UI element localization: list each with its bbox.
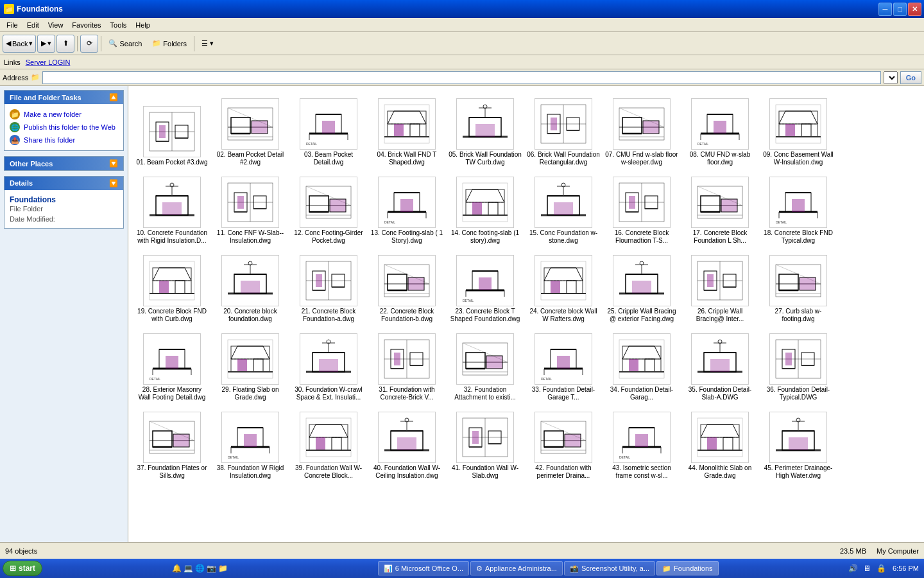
file-item[interactable]: 01. Beam Pocket #3.dwg [133, 91, 210, 168]
file-item[interactable]: 04. Brick Wall FND T Shaped.dwg [368, 91, 445, 168]
taskbar-btn-office[interactable]: 📊 6 Microsoft Office O... [378, 561, 469, 575]
start-button[interactable]: ⊞ start [3, 561, 42, 576]
file-item[interactable]: DETAIL 23. Concrete Block T Shaped Found… [447, 248, 524, 325]
task-new-folder[interactable]: 📁 Make a new folder [10, 108, 118, 121]
address-folder-icon: 📁 [31, 73, 40, 82]
details-header[interactable]: Details 🔽 [4, 177, 123, 190]
taskbar-btn-screenshot[interactable]: 📸 Screenshot Utility, a... [564, 561, 655, 575]
menu-help[interactable]: Help [132, 20, 154, 30]
menu-tools[interactable]: Tools [107, 20, 131, 30]
views-icon: ☰ [201, 39, 208, 48]
back-icon: ◀ [6, 39, 11, 48]
file-item[interactable]: 45. Perimeter Drainage-High Water.dwg [760, 405, 837, 482]
refresh-button[interactable]: ⟳ [80, 35, 98, 53]
file-item[interactable]: 16. Concrete Block Flournadtion T-S... [603, 170, 680, 247]
file-item[interactable]: 15. Conc Foundation w-stone.dwg [525, 170, 602, 247]
back-dropdown-icon: ▾ [29, 39, 33, 48]
tray-right-2: 🖥 [862, 563, 872, 574]
task-new-folder-label: Make a new folder [24, 110, 81, 118]
file-item[interactable]: DETAIL 33. Foundation Detail-Garage T... [525, 326, 602, 403]
go-button[interactable]: Go [900, 71, 921, 84]
file-item[interactable]: 39. Foundation Wall W-Concrete Block... [290, 405, 367, 482]
menu-favorites[interactable]: Favorites [68, 20, 105, 30]
file-item[interactable]: 37. Foundation Plates or Sills.dwg [133, 405, 210, 482]
taskbar-btn-appliance[interactable]: ⚙ Appliance Administra... [470, 561, 563, 575]
details-body: Foundations File Folder Date Modified: [4, 190, 123, 228]
titlebar-controls[interactable]: ─ □ ✕ [878, 3, 921, 16]
taskbar-buttons: 📊 6 Microsoft Office O... ⚙ Appliance Ad… [378, 561, 719, 575]
file-item[interactable]: 30. Foundation W-crawl Space & Ext. Insu… [290, 326, 367, 403]
file-item[interactable]: 32. Foundation Attachment to existi... [447, 326, 524, 403]
server-login-link[interactable]: Server LOGIN [26, 58, 71, 66]
task-share[interactable]: 📤 Share this folder [10, 134, 118, 146]
file-item[interactable]: 29. Floating Slab on Grade.dwg [212, 326, 289, 403]
svg-rect-99 [488, 202, 498, 215]
file-item[interactable]: 09. Conc Basement Wall W-Insulation.dwg [760, 91, 837, 168]
minimize-button[interactable]: ─ [878, 3, 892, 16]
file-item[interactable]: 41. Foundation Wall W-Slab.dwg [447, 405, 524, 482]
back-button[interactable]: ◀ Back ▾ [3, 35, 36, 53]
file-item[interactable]: 10. Concrete Foundation with Rigid Insul… [133, 170, 210, 247]
file-item[interactable]: 05. Brick Wall Foundation TW Curb.dwg [447, 91, 524, 168]
start-label: start [19, 564, 35, 573]
file-item[interactable]: 12. Conc Footing-Girder Pocket.dwg [290, 170, 367, 247]
file-item[interactable]: DETAIL 43. Isometric section frame const… [603, 405, 680, 482]
search-icon: 🔍 [108, 39, 117, 48]
file-item[interactable]: 21. Concrete Block Foundation-a.dwg [290, 248, 367, 325]
menu-edit[interactable]: Edit [23, 20, 43, 30]
taskbar-btn-foundations[interactable]: 📁 Foundations [656, 561, 719, 575]
svg-rect-12 [252, 121, 268, 134]
file-item[interactable]: 24. Concrete block Wall W Rafters.dwg [525, 248, 602, 325]
file-item[interactable]: DETAIL 38. Foundation W Rigid Insulation… [212, 405, 289, 482]
close-button[interactable]: ✕ [908, 3, 921, 16]
file-item[interactable]: DETAIL 13. Conc Footing-slab ( 1 Story).… [368, 170, 445, 247]
forward-button[interactable]: ▶ ▾ [37, 35, 55, 53]
task-publish[interactable]: 🌐 Publish this folder to the Web [10, 121, 118, 134]
file-item[interactable]: 07. CMU Fnd w-slab floor w-sleeper.dwg [603, 91, 680, 168]
file-item[interactable]: 25. Cripple Wall Bracing @ exterior Faci… [603, 248, 680, 325]
file-item[interactable]: 14. Conc footing-slab (1 story).dwg [447, 170, 524, 247]
file-item[interactable]: 27. Curb slab w-footing.dwg [760, 248, 837, 325]
file-item[interactable]: DETAIL 03. Beam Pocket Detail.dwg [290, 91, 367, 168]
file-thumbnail [535, 255, 592, 306]
svg-rect-233 [557, 356, 570, 369]
file-item[interactable]: 02. Beam Pocket Detail #2.dwg [212, 91, 289, 168]
taskbar-right: 🔊 🖥 🔒 6:56 PM [848, 563, 921, 574]
up-button[interactable]: ⬆ [56, 35, 74, 53]
file-item[interactable]: 17. Concrete Block Foundation L Sh... [681, 170, 758, 247]
file-item[interactable]: 36. Foundation Detail-Typical.DWG [760, 326, 837, 403]
file-item[interactable]: DETAIL 18. Concrete Block FND Typical.dw… [760, 170, 837, 247]
address-dropdown[interactable] [884, 71, 898, 84]
file-item[interactable]: 42. Foundation with perimeter Draina... [525, 405, 602, 482]
file-item[interactable]: 35. Foundation Detail-Slab-A.DWG [681, 326, 758, 403]
folders-button[interactable]: 📁 Folders [148, 35, 191, 53]
search-button[interactable]: 🔍 Search [104, 35, 146, 53]
file-name: 14. Conc footing-slab (1 story).dwg [449, 229, 522, 245]
menu-file[interactable]: File [3, 20, 22, 30]
details-folder-type: File Folder [10, 205, 118, 213]
other-places-header[interactable]: Other Places 🔽 [4, 157, 123, 170]
svg-text:DETAIL: DETAIL [463, 299, 474, 302]
file-item[interactable]: 40. Foundation Wall W-Ceiling Insulation… [368, 405, 445, 482]
file-item[interactable]: 44. Monolithic Slab on Grade.dwg [681, 405, 758, 482]
menu-view[interactable]: View [44, 20, 67, 30]
svg-rect-314 [707, 437, 717, 450]
file-item[interactable]: 26. Cripple Wall Bracing@ Inter... [681, 248, 758, 325]
tasks-panel-header[interactable]: File and Folder Tasks 🔼 [4, 91, 123, 104]
file-item[interactable]: 20. Concrete block foundation.dwg [212, 248, 289, 325]
file-item[interactable]: 19. Concrete Block FND with Curb.dwg [133, 248, 210, 325]
svg-text:DETAIL: DETAIL [228, 455, 239, 459]
maximize-button[interactable]: □ [893, 3, 907, 16]
file-item[interactable]: 31. Foundation with Concrete-Brick V... [368, 326, 445, 403]
address-input[interactable] [42, 71, 880, 84]
file-item[interactable]: DETAIL 08. CMU FND w-slab floor.dwg [681, 91, 758, 168]
file-item[interactable]: 06. Brick Wall Foundation Rectangular.dw… [525, 91, 602, 168]
svg-rect-119 [701, 196, 720, 212]
file-item[interactable]: 22. Concrete Block Foundation-b.dwg [368, 248, 445, 325]
views-button[interactable]: ☰ ▾ [197, 35, 218, 53]
file-item[interactable]: 11. Conc FNF W-Slab--Insulation.dwg [212, 170, 289, 247]
file-item[interactable]: 34. Foundation Detail-Garag... [603, 326, 680, 403]
file-name: 06. Brick Wall Foundation Rectangular.dw… [527, 151, 600, 166]
tray-icon-2: 💻 [183, 563, 193, 574]
file-item[interactable]: DETAIL 28. Exterior Masonry Wall Footing… [133, 326, 210, 403]
